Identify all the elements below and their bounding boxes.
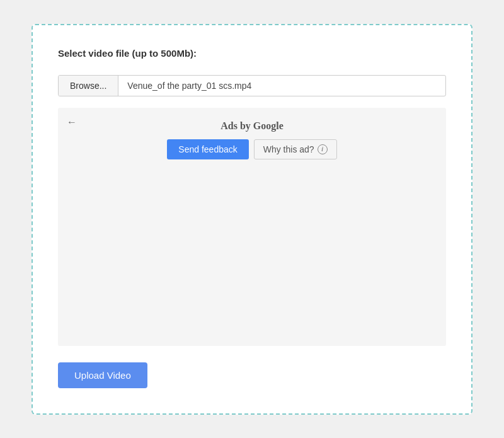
ads-by-text: Ads by <box>220 120 253 131</box>
google-brand-text: Google <box>253 120 284 131</box>
why-this-ad-button[interactable]: Why this ad? i <box>254 139 337 159</box>
info-icon: i <box>318 144 328 154</box>
send-feedback-button[interactable]: Send feedback <box>167 139 248 159</box>
main-container: Select video file (up to 500Mb): Browse.… <box>32 24 472 415</box>
file-name-display: Venue_of the party_01 scs.mp4 <box>118 76 445 96</box>
why-this-ad-label: Why this ad? <box>263 144 314 154</box>
label-bold: up to 500Mb <box>135 48 191 59</box>
upload-video-button[interactable]: Upload Video <box>58 362 147 388</box>
file-select-label: Select video file (up to 500Mb): <box>58 48 446 59</box>
label-text: Select video file ( <box>58 48 135 59</box>
label-end: ): <box>190 48 197 59</box>
browse-button[interactable]: Browse... <box>59 76 118 96</box>
ads-by-google-label: Ads by Google <box>68 120 436 132</box>
ad-container: ← Ads by Google Send feedback Why this a… <box>58 108 446 346</box>
file-input-row: Browse... Venue_of the party_01 scs.mp4 <box>58 75 446 96</box>
back-arrow-icon[interactable]: ← <box>67 117 77 128</box>
ad-buttons-row: Send feedback Why this ad? i <box>68 139 436 159</box>
